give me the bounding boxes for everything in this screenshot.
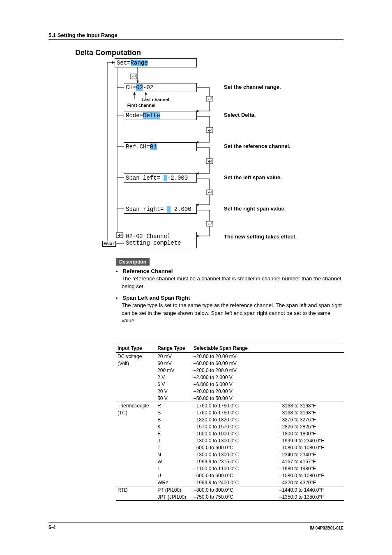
cell-range-type: W bbox=[156, 458, 192, 465]
header-rule bbox=[48, 39, 344, 40]
cell-span-c: –60.00 to 60.00 mV bbox=[192, 360, 278, 367]
table-row: WRe–1999.9 to 2400.0°C–4320 to 4320°F bbox=[116, 479, 344, 486]
svg-rect-30 bbox=[206, 127, 213, 132]
cell-span-c: –1820.0 to 1820.0°C bbox=[192, 416, 278, 423]
flow-done-ann: The new setting takes effect. bbox=[224, 234, 297, 240]
th-range-type: Range Type bbox=[156, 344, 192, 353]
flow-spanr-value: 2.000 bbox=[171, 206, 191, 213]
flow-ref-prefix: Ref.CH= bbox=[126, 143, 150, 150]
flow-ref-ann: Set the reference channel. bbox=[224, 143, 291, 149]
cell-span-c: –6.000 to 6.000 V bbox=[192, 381, 278, 388]
cell-range-type: 6 V bbox=[156, 381, 192, 388]
span-body: The range type is set to the same type a… bbox=[122, 302, 344, 325]
flow-spanl-prefix: Span left= bbox=[126, 175, 164, 181]
flow-spanl-box: Span left= -2.000 bbox=[124, 173, 197, 183]
flow-done-line2: Setting complete bbox=[126, 240, 181, 246]
cell-span-f: –3168 to 3168°F bbox=[278, 402, 344, 409]
cell-range-type: WRe bbox=[156, 479, 192, 486]
cell-input-type: DC voltage bbox=[116, 353, 156, 360]
cell-span-c: –1999.9 to 2315.0°C bbox=[192, 458, 278, 465]
cell-span-f: –3168 to 3168°F bbox=[278, 409, 344, 416]
flow-spanr-box: Span right= 2.000 bbox=[124, 205, 197, 214]
flow-ch-ann: Set the channel range. bbox=[224, 84, 281, 90]
cell-input-type bbox=[116, 444, 156, 451]
table-row: 6 V–6.000 to 6.000 V bbox=[116, 381, 344, 388]
cell-range-type: N bbox=[156, 451, 192, 458]
cell-input-type bbox=[116, 451, 156, 458]
flow-set-box: Set=Range bbox=[115, 58, 197, 67]
cell-input-type: (TC) bbox=[116, 409, 156, 416]
cell-span-f: –1350.0 to 1350.0°F bbox=[278, 493, 344, 501]
cell-input-type: (Volt) bbox=[116, 360, 156, 367]
cell-span-c: –1100.0 to 1100.0°C bbox=[192, 465, 278, 472]
cell-span-f: –2826 to 2826°F bbox=[278, 423, 344, 430]
cell-input-type bbox=[116, 416, 156, 423]
flow-ch-prefix: CH= bbox=[126, 84, 136, 91]
svg-rect-32 bbox=[206, 190, 213, 195]
cell-range-type: 60 mV bbox=[156, 360, 192, 367]
ref-channel-body: The reference channel must be a channel … bbox=[122, 275, 344, 291]
table-row: JPT (JPt100)–750.0 to 750.0°C–1350.0 to … bbox=[116, 493, 344, 501]
cell-span-c: –20.00 to 20.00 mV bbox=[192, 353, 278, 360]
th-span-range: Selectable Span Range bbox=[192, 344, 278, 353]
svg-rect-33 bbox=[206, 221, 213, 226]
cell-span-c: –1760.0 to 1760.0°C bbox=[192, 409, 278, 416]
table-row: T–600.0 to 600.0°C–1080.0 to 1080.0°F bbox=[116, 444, 344, 451]
flow-mode-box: Mode=Delta bbox=[124, 111, 197, 120]
cell-span-f bbox=[278, 388, 344, 395]
flow-mode-value: Delta bbox=[143, 112, 160, 119]
flow-set-prefix: Set= bbox=[117, 60, 131, 66]
cell-span-f: –4167 to 4167°F bbox=[278, 458, 344, 465]
flow-ref-box: Ref.CH=01 bbox=[124, 142, 197, 151]
cell-range-type: U bbox=[156, 472, 192, 479]
cell-range-type: 200 mV bbox=[156, 367, 192, 374]
cell-range-type: J bbox=[156, 437, 192, 444]
cell-span-c: –1300.0 to 1300.0°C bbox=[192, 451, 278, 458]
flow-ref-value: 01 bbox=[150, 143, 157, 150]
description-section: Description Reference Channel The refere… bbox=[116, 258, 344, 329]
cell-input-type bbox=[116, 479, 156, 486]
cell-span-c: –800.0 to 800.0°C bbox=[192, 486, 278, 494]
flow-done-box: 02-02 Channel Setting complete bbox=[124, 232, 197, 248]
flow-spanl-cursor bbox=[164, 175, 167, 181]
th-input-type: Input Type bbox=[116, 344, 156, 353]
flow-spanr-ann: Set the right span value. bbox=[224, 206, 286, 212]
cell-range-type: B bbox=[156, 416, 192, 423]
flow-spanl-ann: Set the left span value. bbox=[224, 174, 282, 180]
flow-done-line1: 02-02 Channel bbox=[126, 233, 171, 240]
flow-set-value: Range bbox=[131, 60, 148, 66]
flowchart: Set=Range CH=02-02 Set the channel range… bbox=[105, 58, 343, 255]
flow-first-channel-label: First channel bbox=[123, 103, 160, 108]
cell-input-type: RTD bbox=[116, 486, 156, 494]
table-row: B–1820.0 to 1820.0°C–3276 to 3276°F bbox=[116, 416, 344, 423]
flow-spanr-cursor bbox=[167, 206, 171, 213]
svg-rect-29 bbox=[206, 96, 213, 101]
cell-span-c: –20.00 to 20.00 V bbox=[192, 388, 278, 395]
table-row: L–1100.0 to 1100.0°C–1980 to 1980°F bbox=[116, 465, 344, 472]
cell-span-f bbox=[278, 353, 344, 360]
flow-ch-dash: -02 bbox=[143, 84, 153, 91]
cell-span-f bbox=[278, 360, 344, 367]
flow-spanr-prefix: Span right= bbox=[126, 206, 167, 213]
cell-span-c: –2.000 to 2.000 V bbox=[192, 374, 278, 381]
cell-input-type bbox=[116, 458, 156, 465]
cell-range-type: L bbox=[156, 465, 192, 472]
table-row: W–1999.9 to 2315.0°C–4167 to 4167°F bbox=[116, 458, 344, 465]
cell-span-c: –50.00 to 50.00 V bbox=[192, 395, 278, 402]
cell-span-c: –600.0 to 600.0°C bbox=[192, 472, 278, 479]
footer-doc: IM 04P02B01-01E bbox=[310, 526, 344, 530]
table-row: ThermocoupleR–1760.0 to 1760.0°C–3168 to… bbox=[116, 402, 344, 409]
cell-span-c: –1000.0 to 1000.0°C bbox=[192, 430, 278, 437]
table-row: RTDPT (Pt100)–800.0 to 800.0°C–1440.0 to… bbox=[116, 486, 344, 494]
cell-range-type: S bbox=[156, 409, 192, 416]
cell-span-f: –1800 to 1800°F bbox=[278, 430, 344, 437]
cell-span-f: –1980 to 1980°F bbox=[278, 465, 344, 472]
cell-input-type bbox=[116, 374, 156, 381]
cell-range-type: JPT (JPt100) bbox=[156, 493, 192, 501]
cell-span-c: –200.0 to 200.0 mV bbox=[192, 367, 278, 374]
cell-span-f: –1999.9 to 2340.0°F bbox=[278, 437, 344, 444]
footer-rule bbox=[48, 523, 344, 523]
esc-key: ESC/? bbox=[102, 241, 116, 247]
flow-mode-prefix: Mode= bbox=[126, 112, 143, 119]
cell-input-type: Thermocouple bbox=[116, 402, 156, 409]
